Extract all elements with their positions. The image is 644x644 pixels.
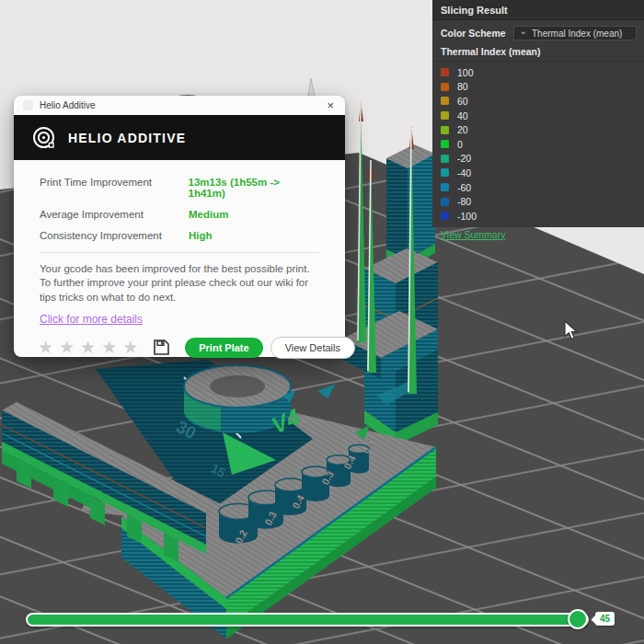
view-summary-link[interactable]: View Summary	[441, 229, 505, 240]
layer-value-badge: 45	[595, 612, 615, 626]
helio-additive-dialog: Helio Additive × HELIO ADDITIVE Print Ti…	[14, 96, 345, 357]
app-icon	[23, 100, 33, 110]
metric-label: Print Time Improvement	[40, 177, 189, 199]
legend-label: -100	[457, 211, 477, 222]
thermal-index-title: Thermal Index (mean)	[432, 45, 644, 62]
star-icon[interactable]: ★	[80, 339, 96, 356]
metric-value: 13m13s (1h55m -> 1h41m)	[189, 177, 319, 199]
legend-row: 20	[432, 122, 644, 137]
legend-label: -40	[457, 167, 471, 178]
legend-row: 80	[432, 80, 644, 95]
brand-header: HELIO ADDITIVE	[14, 115, 345, 160]
dialog-actions: ★ ★ ★ ★ ★ Print Plate View Details	[14, 327, 345, 359]
legend-label: -20	[457, 153, 471, 164]
legend-row: 40	[432, 109, 644, 123]
dialog-body-text: Your gcode has been improved for the bes…	[40, 262, 319, 305]
legend-swatch	[441, 155, 449, 163]
panel-title: Slicing Result	[432, 0, 644, 20]
layer-slider[interactable]	[26, 613, 589, 627]
star-icon[interactable]: ★	[38, 339, 53, 356]
legend-swatch	[441, 126, 449, 134]
metric-row: Print Time Improvement 13m13s (1h55m -> …	[40, 177, 319, 199]
close-icon[interactable]: ×	[325, 100, 336, 111]
legend-label: 0	[457, 139, 463, 150]
legend-swatch	[441, 83, 449, 91]
metric-value: Medium	[189, 209, 228, 220]
more-details-link[interactable]: Click for more details	[40, 313, 143, 326]
legend-label: 80	[457, 81, 468, 92]
legend-swatch	[441, 111, 449, 120]
star-icon[interactable]: ★	[59, 339, 75, 356]
legend-row: 0	[432, 137, 644, 152]
print-plate-button[interactable]: Print Plate	[185, 338, 262, 358]
star-icon[interactable]: ★	[122, 339, 138, 356]
legend-swatch	[441, 168, 449, 177]
layer-slider-knob[interactable]	[568, 609, 588, 629]
metric-row: Average Improvement Medium	[40, 209, 319, 220]
color-scheme-dropdown[interactable]: ⌄ Thermal Index (mean)	[513, 26, 637, 40]
dialog-title: Helio Additive	[40, 100, 96, 110]
dialog-titlebar: Helio Additive ×	[14, 96, 345, 112]
legend-row: -60	[432, 180, 644, 195]
legend-swatch	[441, 97, 449, 105]
thermal-legend: 100 80 60 40 20 0 -20 -40 -60 -80 -100	[432, 62, 644, 225]
legend-label: 60	[457, 96, 468, 107]
legend-swatch	[441, 183, 449, 191]
legend-row: -40	[432, 166, 644, 180]
star-icon[interactable]: ★	[101, 339, 117, 356]
metric-label: Average Improvement	[40, 209, 189, 220]
legend-label: 100	[457, 67, 474, 78]
legend-row: 60	[432, 94, 644, 109]
legend-row: -80	[432, 194, 644, 209]
legend-row: 100	[432, 65, 644, 80]
legend-swatch	[441, 198, 449, 206]
metric-label: Consistency Improvement	[40, 230, 189, 241]
legend-swatch	[441, 68, 449, 76]
helio-logo-icon	[31, 125, 56, 150]
chevron-down-icon: ⌄	[520, 28, 527, 35]
mouse-cursor-icon	[564, 320, 582, 342]
view-details-button[interactable]: View Details	[270, 337, 355, 359]
viewport: 30 15 V4	[0, 0, 644, 644]
slicing-result-panel: Slicing Result Color Scheme ⌄ Thermal In…	[432, 0, 644, 227]
legend-swatch	[441, 212, 449, 220]
metric-value: High	[189, 230, 213, 241]
color-scheme-value: Thermal Index (mean)	[532, 29, 622, 39]
legend-label: 20	[457, 124, 468, 135]
legend-label: -80	[457, 196, 471, 207]
layer-slider-fill	[28, 615, 587, 625]
legend-label: -60	[457, 182, 471, 193]
legend-row: -100	[432, 209, 644, 224]
divider	[40, 252, 319, 253]
brand-name: HELIO ADDITIVE	[68, 131, 186, 145]
metric-row: Consistency Improvement High	[40, 230, 319, 241]
legend-row: -20	[432, 152, 644, 167]
color-scheme-label: Color Scheme	[441, 28, 506, 39]
metrics: Print Time Improvement 13m13s (1h55m -> …	[14, 160, 345, 241]
legend-label: 40	[457, 110, 468, 121]
save-gcode-icon[interactable]	[153, 339, 170, 356]
legend-swatch	[441, 140, 449, 148]
